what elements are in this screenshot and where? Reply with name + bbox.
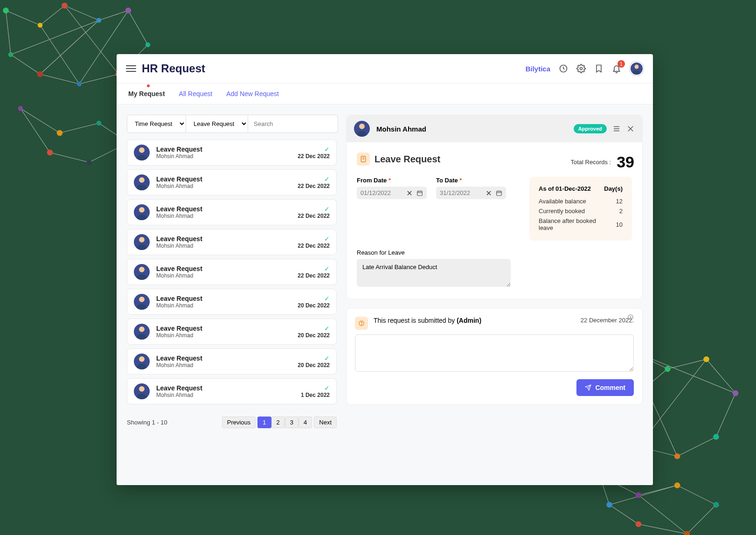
svg-point-2 xyxy=(62,3,68,9)
pager-page[interactable]: 4 xyxy=(298,417,312,428)
svg-point-4 xyxy=(125,7,132,14)
tab-all-request[interactable]: All Request xyxy=(179,90,213,104)
request-name: Mohsin Ahmad xyxy=(156,272,298,279)
request-card[interactable]: Leave RequestMohsin Ahmad ✓20 Dec 2022 xyxy=(127,348,337,375)
check-icon: ✓ xyxy=(301,384,330,392)
tabs: My Request All Request Add New Request xyxy=(117,83,653,104)
pager-page[interactable]: 3 xyxy=(285,417,298,428)
list-icon[interactable] xyxy=(612,125,621,133)
svg-point-0 xyxy=(3,7,9,14)
request-date: 22 Dec 2022 xyxy=(298,213,330,219)
request-card[interactable]: Leave RequestMohsin Ahmad ✓22 Dec 2022 xyxy=(127,199,337,225)
check-icon: ✓ xyxy=(298,235,330,243)
request-card[interactable]: Leave RequestMohsin Ahmad ✓22 Dec 2022 xyxy=(127,169,337,195)
svg-point-12 xyxy=(97,121,102,126)
request-title: Leave Request xyxy=(156,175,298,183)
request-card[interactable]: Leave RequestMohsin Ahmad ✓22 Dec 2022 xyxy=(127,229,337,255)
page-title: HR Request xyxy=(142,62,205,75)
menu-icon[interactable] xyxy=(126,63,136,74)
reason-textarea[interactable]: Late Arrival Balance Deduct xyxy=(357,259,511,287)
check-icon: ✓ xyxy=(298,175,330,183)
clear-icon[interactable] xyxy=(486,190,492,196)
svg-point-37 xyxy=(139,207,145,213)
svg-point-7 xyxy=(77,82,82,87)
request-title: Leave Request xyxy=(156,325,298,332)
svg-point-38 xyxy=(139,237,145,243)
svg-point-20 xyxy=(733,390,738,396)
pager-page[interactable]: 1 xyxy=(257,417,271,428)
pager-page[interactable]: 2 xyxy=(271,417,285,428)
header: HR Request Bilytica 1 xyxy=(117,54,653,83)
clear-icon[interactable] xyxy=(406,190,413,196)
svg-point-44 xyxy=(359,124,365,129)
svg-point-28 xyxy=(713,502,719,507)
request-card[interactable]: Leave RequestMohsin Ahmad ✓1 Dec 2022 xyxy=(127,378,337,404)
svg-point-42 xyxy=(139,356,145,362)
detail-section-title: Leave Request xyxy=(375,154,440,165)
close-icon[interactable] xyxy=(626,125,635,133)
avatar-icon xyxy=(134,174,150,190)
request-date: 22 Dec 2022 xyxy=(298,272,330,279)
request-name: Mohsin Ahmad xyxy=(156,213,298,219)
tab-indicator-icon xyxy=(147,84,150,87)
avatar-icon xyxy=(134,234,150,250)
svg-point-11 xyxy=(57,130,63,136)
submitted-by-text: This request is submitted by (Admin) xyxy=(374,317,481,324)
subtype-select[interactable]: Leave Request xyxy=(186,115,248,133)
check-icon: ✓ xyxy=(298,205,330,213)
svg-point-22 xyxy=(674,453,680,459)
total-records: Total Records : 39 xyxy=(570,153,634,171)
total-records-value: 39 xyxy=(617,153,634,171)
svg-rect-57 xyxy=(497,191,502,195)
bookmark-icon[interactable] xyxy=(594,64,603,73)
request-card[interactable]: Leave RequestMohsin Ahmad ✓20 Dec 2022 xyxy=(127,289,337,315)
balance-panel: As of 01-Dec-2022Day(s) Available balanc… xyxy=(529,177,632,241)
check-icon: ✓ xyxy=(298,146,330,153)
svg-point-18 xyxy=(665,366,670,372)
comment-button[interactable]: Comment xyxy=(576,379,634,396)
request-card[interactable]: Leave RequestMohsin Ahmad ✓20 Dec 2022 xyxy=(127,319,337,345)
send-icon xyxy=(585,384,591,391)
clock-icon[interactable] xyxy=(559,64,568,73)
user-avatar[interactable] xyxy=(630,62,644,76)
brand-link[interactable]: Bilytica xyxy=(526,65,550,73)
svg-point-10 xyxy=(18,106,23,111)
type-select[interactable]: Time Request xyxy=(127,115,186,133)
svg-point-33 xyxy=(580,68,583,70)
request-name: Mohsin Ahmad xyxy=(156,332,298,339)
comment-textarea[interactable] xyxy=(355,334,634,372)
request-title: Leave Request xyxy=(156,265,298,272)
svg-point-26 xyxy=(636,492,641,498)
notification-badge: 1 xyxy=(617,60,625,68)
request-date: 22 Dec 2022 xyxy=(298,183,330,189)
svg-point-34 xyxy=(634,65,638,69)
check-icon: ✓ xyxy=(298,325,330,332)
bell-icon[interactable]: 1 xyxy=(612,64,621,73)
gear-icon[interactable] xyxy=(576,64,586,73)
from-date-input[interactable] xyxy=(357,187,427,199)
to-date-input[interactable] xyxy=(436,187,506,199)
tab-add-new-request[interactable]: Add New Request xyxy=(226,90,279,104)
tab-my-request[interactable]: My Request xyxy=(128,90,165,104)
avatar-icon xyxy=(134,204,150,220)
to-date-label: To Date * xyxy=(436,177,506,184)
request-title: Leave Request xyxy=(156,384,301,392)
calendar-icon[interactable] xyxy=(416,190,423,196)
request-name: Mohsin Ahmad xyxy=(156,153,298,160)
request-title: Leave Request xyxy=(156,205,298,213)
request-card[interactable]: Leave RequestMohsin Ahmad ✓22 Dec 2022 xyxy=(127,139,337,166)
svg-point-15 xyxy=(47,150,53,156)
timestamp-icon xyxy=(627,314,634,322)
pager-next[interactable]: Next xyxy=(314,417,337,428)
svg-point-14 xyxy=(87,160,92,165)
app-window: HR Request Bilytica 1 My Request All Req… xyxy=(117,54,653,485)
calendar-icon[interactable] xyxy=(496,190,502,196)
request-date: 22 Dec 2022 xyxy=(298,153,330,160)
request-date: 20 Dec 2022 xyxy=(298,302,330,309)
pager-prev[interactable]: Previous xyxy=(222,417,256,428)
request-card[interactable]: Leave RequestMohsin Ahmad ✓22 Dec 2022 xyxy=(127,259,337,285)
svg-point-30 xyxy=(636,521,641,527)
search-input[interactable] xyxy=(248,115,338,133)
request-name: Mohsin Ahmad xyxy=(156,302,298,309)
svg-point-9 xyxy=(8,52,14,57)
